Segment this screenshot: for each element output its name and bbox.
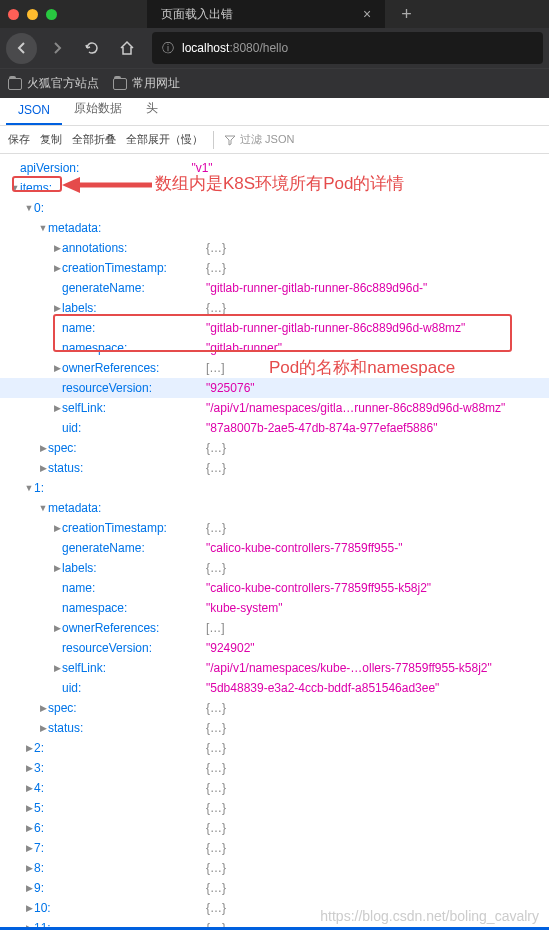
chevron-right-icon[interactable] — [52, 558, 62, 578]
tree-row[interactable]: status:{…} — [0, 718, 549, 738]
tree-row[interactable]: 9:{…} — [0, 878, 549, 898]
chevron-down-icon[interactable] — [24, 478, 34, 498]
json-viewer-tabs: JSON 原始数据 头 — [0, 98, 549, 126]
new-tab-button[interactable]: + — [401, 4, 412, 25]
tab-headers[interactable]: 头 — [134, 94, 170, 125]
url-text: localhost:8080/hello — [182, 41, 288, 55]
tree-row[interactable]: 1: — [0, 478, 549, 498]
tree-row[interactable]: name:"calico-kube-controllers-77859ff955… — [0, 578, 549, 598]
folder-icon — [8, 78, 22, 90]
chevron-right-icon[interactable] — [38, 718, 48, 738]
chevron-right-icon[interactable] — [24, 838, 34, 858]
annotation-box-items — [12, 176, 62, 192]
annotation-arrow-icon — [62, 172, 152, 198]
tree-row[interactable]: resourceVersion:"925076" — [0, 378, 549, 398]
tab-raw[interactable]: 原始数据 — [62, 94, 134, 125]
chevron-down-icon[interactable] — [38, 218, 48, 238]
maximize-window[interactable] — [46, 9, 57, 20]
tree-row[interactable]: 3:{…} — [0, 758, 549, 778]
tree-row[interactable]: generateName:"calico-kube-controllers-77… — [0, 538, 549, 558]
chevron-right-icon[interactable] — [24, 898, 34, 918]
tree-row[interactable]: 4:{…} — [0, 778, 549, 798]
minimize-window[interactable] — [27, 9, 38, 20]
collapse-all-button[interactable]: 全部折叠 — [72, 132, 116, 147]
back-button[interactable] — [6, 33, 37, 64]
tree-row[interactable]: spec:{…} — [0, 698, 549, 718]
tab-json[interactable]: JSON — [6, 97, 62, 125]
save-button[interactable]: 保存 — [8, 132, 30, 147]
filter-bar: 保存 复制 全部折叠 全部展开（慢） 过滤 JSON — [0, 126, 549, 154]
chevron-right-icon[interactable] — [52, 618, 62, 638]
chevron-right-icon[interactable] — [24, 818, 34, 838]
expand-all-button[interactable]: 全部展开（慢） — [126, 132, 203, 147]
info-icon[interactable]: ⓘ — [162, 40, 174, 57]
tree-row[interactable]: spec:{…} — [0, 438, 549, 458]
tree-row[interactable]: resourceVersion:"924902" — [0, 638, 549, 658]
chevron-right-icon[interactable] — [24, 778, 34, 798]
tree-row[interactable]: generateName:"gitlab-runner-gitlab-runne… — [0, 278, 549, 298]
tree-row[interactable]: namespace:"kube-system" — [0, 598, 549, 618]
annotation-box-name — [53, 314, 512, 352]
tree-row[interactable]: 6:{…} — [0, 818, 549, 838]
tree-row[interactable]: uid:"87a8007b-2ae5-47db-874a-977efaef588… — [0, 418, 549, 438]
tree-row[interactable]: status:{…} — [0, 458, 549, 478]
tree-row[interactable]: selfLink:"/api/v1/namespaces/kube-…oller… — [0, 658, 549, 678]
filter-icon — [224, 134, 236, 146]
chevron-right-icon[interactable] — [24, 758, 34, 778]
bookmark-firefox[interactable]: 火狐官方站点 — [8, 75, 99, 92]
titlebar: 页面载入出错 × + — [0, 0, 549, 28]
tree-row[interactable]: 7:{…} — [0, 838, 549, 858]
chevron-right-icon[interactable] — [52, 518, 62, 538]
tree-row[interactable]: ownerReferences:[…] — [0, 618, 549, 638]
chevron-right-icon[interactable] — [38, 458, 48, 478]
chevron-right-icon[interactable] — [52, 238, 62, 258]
chevron-right-icon[interactable] — [24, 878, 34, 898]
chevron-right-icon[interactable] — [52, 658, 62, 678]
tree-row[interactable]: creationTimestamp:{…} — [0, 258, 549, 278]
tree-row[interactable]: 8:{…} — [0, 858, 549, 878]
chevron-right-icon[interactable] — [52, 258, 62, 278]
chevron-right-icon[interactable] — [38, 698, 48, 718]
svg-marker-1 — [62, 177, 80, 193]
chevron-right-icon[interactable] — [24, 798, 34, 818]
close-window[interactable] — [8, 9, 19, 20]
tree-row[interactable]: labels:{…} — [0, 558, 549, 578]
folder-icon — [113, 78, 127, 90]
tree-row[interactable]: uid:"5db48839-e3a2-4ccb-bddf-a851546ad3e… — [0, 678, 549, 698]
tree-row[interactable]: 0: — [0, 198, 549, 218]
chevron-down-icon[interactable] — [24, 198, 34, 218]
tree-row[interactable]: metadata: — [0, 218, 549, 238]
bookmark-common[interactable]: 常用网址 — [113, 75, 180, 92]
url-bar[interactable]: ⓘ localhost:8080/hello — [152, 32, 543, 64]
chevron-right-icon[interactable] — [24, 858, 34, 878]
chevron-right-icon[interactable] — [52, 358, 62, 378]
chevron-down-icon[interactable] — [38, 498, 48, 518]
annotation-text-1: 数组内是K8S环境所有Pod的详情 — [155, 174, 404, 194]
chevron-right-icon[interactable] — [52, 398, 62, 418]
chevron-right-icon[interactable] — [38, 438, 48, 458]
home-button[interactable] — [111, 33, 142, 64]
window-controls — [8, 9, 57, 20]
tree-row[interactable]: 2:{…} — [0, 738, 549, 758]
close-icon[interactable]: × — [363, 6, 371, 22]
divider — [213, 131, 214, 149]
filter-input[interactable]: 过滤 JSON — [224, 132, 294, 147]
forward-button[interactable] — [41, 33, 72, 64]
json-tree: apiVersion:"v1" items: 0: metadata: anno… — [0, 154, 549, 930]
tree-row[interactable]: creationTimestamp:{…} — [0, 518, 549, 538]
tab-title: 页面载入出错 — [161, 6, 233, 23]
tree-row[interactable]: selfLink:"/api/v1/namespaces/gitla…runne… — [0, 398, 549, 418]
watermark: https://blog.csdn.net/boling_cavalry — [320, 908, 539, 924]
toolbar: ⓘ localhost:8080/hello — [0, 28, 549, 68]
reload-button[interactable] — [76, 33, 107, 64]
copy-button[interactable]: 复制 — [40, 132, 62, 147]
tree-row[interactable]: 5:{…} — [0, 798, 549, 818]
chevron-right-icon[interactable] — [24, 738, 34, 758]
annotation-text-2: Pod的名称和namespace — [269, 358, 455, 378]
tree-row[interactable]: metadata: — [0, 498, 549, 518]
tree-row[interactable]: annotations:{…} — [0, 238, 549, 258]
browser-tab[interactable]: 页面载入出错 × — [147, 0, 385, 28]
